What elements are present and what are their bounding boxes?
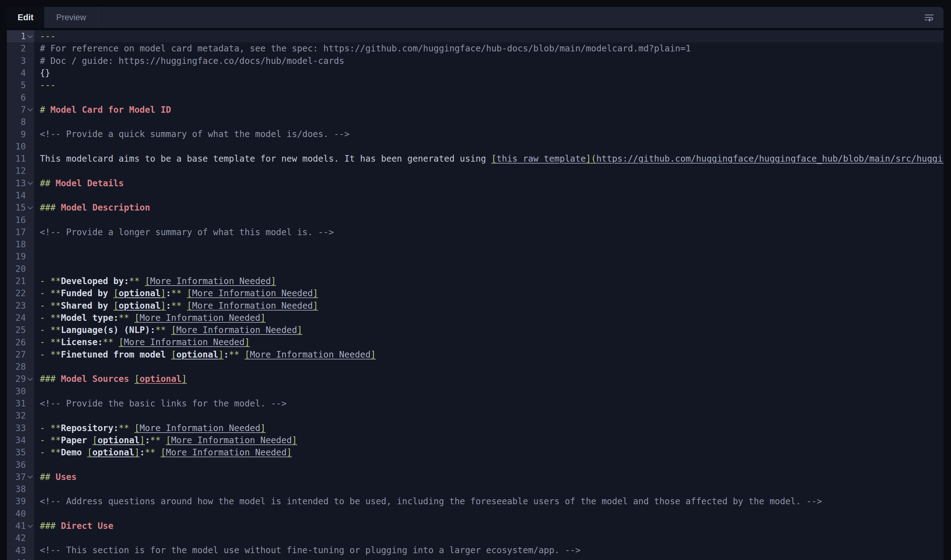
code-line: 26- **License:** [More Information Neede…: [7, 336, 943, 348]
code-token: optional: [97, 435, 140, 445]
code-line-content[interactable]: ## Uses: [34, 471, 943, 483]
code-line-content[interactable]: [34, 189, 943, 202]
code-token: -: [40, 447, 51, 457]
fold-chevron-icon[interactable]: [28, 180, 33, 185]
code-line-content[interactable]: ### Model Description: [34, 202, 943, 214]
code-line-content[interactable]: [34, 116, 943, 128]
code-line-content[interactable]: - **Finetuned from model [optional]:** […: [34, 349, 943, 361]
code-token: [140, 276, 145, 286]
code-token: **: [171, 288, 182, 298]
code-line-content[interactable]: <!-- Address questions around how the mo…: [34, 495, 943, 508]
code-line-content[interactable]: # For reference on model card metadata, …: [34, 42, 943, 54]
code-line-content[interactable]: [34, 458, 943, 471]
code-line-content[interactable]: [34, 214, 943, 226]
line-number-cell: 33: [7, 422, 34, 434]
code-token: **: [118, 423, 129, 433]
line-number: 24: [7, 313, 26, 323]
code-line-content[interactable]: - **Paper [optional]:** [More Informatio…: [34, 434, 943, 446]
code-line-content[interactable]: [34, 140, 943, 152]
code-line-content[interactable]: This modelcard aims to be a base templat…: [34, 152, 943, 165]
code-line: 10: [7, 140, 943, 152]
code-line-content[interactable]: [34, 263, 943, 275]
code-token: ]: [260, 423, 266, 433]
code-line-content[interactable]: <!-- Provide a quick summary of what the…: [34, 128, 943, 140]
line-number: 14: [7, 190, 26, 201]
code-line-content[interactable]: [34, 532, 943, 544]
code-line: 17<!-- Provide a longer summary of what …: [7, 226, 943, 238]
fold-chevron-icon[interactable]: [28, 106, 33, 111]
line-number-cell: 25: [7, 324, 34, 336]
line-number-cell: 6: [7, 91, 34, 103]
code-line-content[interactable]: [34, 361, 943, 373]
code-token: this raw template: [497, 154, 586, 164]
line-wrap-icon-glyph: [923, 12, 935, 23]
fold-chevron-icon[interactable]: [28, 522, 33, 528]
code-line-content[interactable]: {}: [34, 67, 943, 79]
code-line-content[interactable]: <!-- Provide the basic links for the mod…: [34, 397, 943, 409]
code-token: **: [51, 313, 61, 323]
code-line: 34- **Paper [optional]:** [More Informat…: [7, 434, 943, 446]
code-line-content[interactable]: [34, 483, 943, 495]
code-token: ]: [286, 447, 292, 457]
code-line-content[interactable]: [34, 91, 943, 103]
code-line: 38: [7, 483, 943, 495]
code-line-content[interactable]: - **Repository:** [More Information Need…: [34, 422, 943, 434]
fold-chevron-icon[interactable]: [28, 375, 33, 381]
code-line-content[interactable]: - **Funded by [optional]:** [More Inform…: [34, 287, 943, 299]
line-number-cell: 8: [7, 116, 34, 128]
code-line-content[interactable]: ## Model Details: [34, 177, 943, 189]
fold-chevron-icon[interactable]: [28, 33, 33, 38]
code-line-content[interactable]: [34, 251, 943, 263]
code-line-content[interactable]: ---: [34, 79, 943, 91]
code-token: <!-- Provide a longer summary of what th…: [40, 227, 334, 237]
code-line: 30: [7, 385, 943, 397]
code-token: (: [591, 154, 596, 164]
code-line-content[interactable]: # Model Card for Model ID: [34, 104, 943, 116]
code-line-content[interactable]: [34, 385, 943, 397]
line-number: 8: [7, 117, 26, 127]
code-line-content[interactable]: [34, 557, 943, 560]
code-line-content[interactable]: - **Model type:** [More Information Need…: [34, 312, 943, 324]
code-editor[interactable]: 1---2# For reference on model card metad…: [7, 30, 943, 560]
code-line-content[interactable]: [34, 165, 943, 177]
line-number-cell: 30: [7, 385, 34, 397]
code-token: {}: [40, 68, 51, 78]
tab-edit[interactable]: Edit: [7, 7, 44, 28]
code-token: # For reference on model card metadata, …: [40, 43, 691, 54]
code-line-content[interactable]: # Doc / guide: https://huggingface.co/do…: [34, 55, 943, 67]
line-number: 20: [7, 264, 26, 274]
code-line-content[interactable]: - **Language(s) (NLP):** [More Informati…: [34, 324, 943, 336]
code-line-content[interactable]: <!-- Provide a longer summary of what th…: [34, 226, 943, 238]
tab-preview[interactable]: Preview: [44, 7, 98, 28]
code-line: 43<!-- This section is for the model use…: [7, 544, 943, 556]
code-token: [: [245, 349, 250, 360]
code-line-content[interactable]: ### Model Sources [optional]: [34, 373, 943, 385]
code-line-content[interactable]: - **License:** [More Information Needed]: [34, 336, 943, 348]
code-token: [: [145, 276, 150, 286]
code-token: -: [40, 337, 51, 347]
code-line-content[interactable]: ---: [34, 30, 943, 42]
code-line-content[interactable]: <!-- This section is for the model use w…: [34, 544, 943, 556]
line-number-cell: 20: [7, 263, 34, 275]
code-line-content[interactable]: - **Shared by [optional]:** [More Inform…: [34, 300, 943, 312]
fold-gutter: [26, 525, 34, 527]
code-line-content[interactable]: [34, 508, 943, 520]
code-line-content[interactable]: - **Demo [optional]:** [More Information…: [34, 446, 943, 458]
code-line: 13## Model Details: [7, 177, 943, 189]
fold-chevron-icon[interactable]: [28, 474, 33, 479]
code-line: 21- **Developed by:** [More Information …: [7, 275, 943, 287]
fold-chevron-icon[interactable]: [28, 204, 33, 209]
code-token: <!-- This section is for the model use w…: [40, 545, 580, 555]
code-line-content[interactable]: [34, 238, 943, 251]
code-token: [240, 349, 245, 360]
fold-gutter: [26, 476, 34, 478]
fold-gutter: [26, 182, 34, 184]
code-line-content[interactable]: - **Developed by:** [More Information Ne…: [34, 275, 943, 287]
code-line-content[interactable]: [34, 409, 943, 422]
code-token: More Information Needed: [150, 276, 271, 286]
code-line: 4{}: [7, 67, 943, 79]
code-line-content[interactable]: ### Direct Use: [34, 520, 943, 532]
line-number: 27: [7, 349, 26, 360]
line-wrap-icon[interactable]: [923, 12, 936, 23]
code-line: 7# Model Card for Model ID: [7, 104, 943, 116]
